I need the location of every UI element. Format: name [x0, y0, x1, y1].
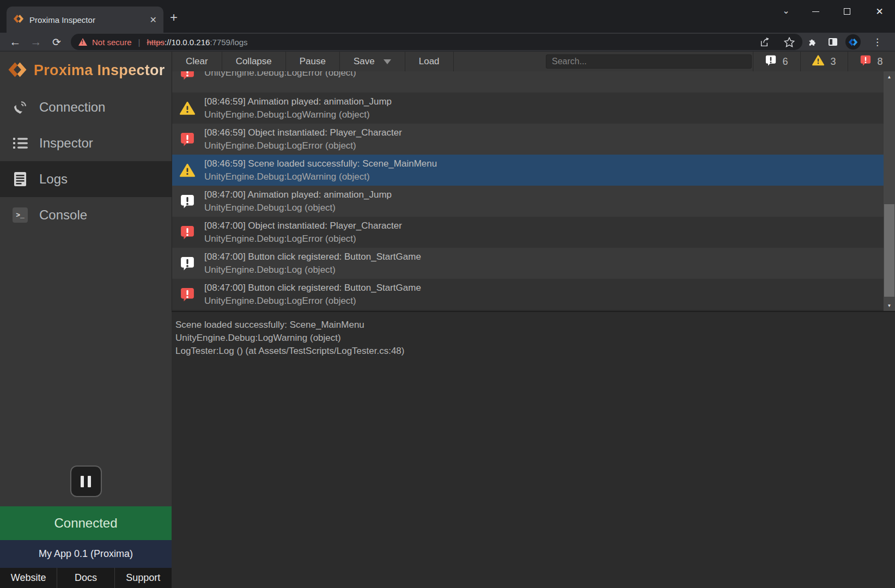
- sidebar-item-label: Logs: [39, 171, 68, 187]
- log-stack-trace: UnityEngine.Debug:LogWarning (object): [204, 108, 392, 121]
- collapse-button[interactable]: Collapse: [222, 52, 286, 71]
- log-message: [08:46:59] Object instantiated: Player_C…: [204, 126, 402, 139]
- log-message: [08:47:00] Object instantiated: Player_C…: [204, 219, 402, 232]
- browser-tab[interactable]: Proxima Inspector ✕: [7, 7, 163, 33]
- tab-close-icon[interactable]: ✕: [150, 15, 157, 25]
- terminal-icon: >_: [12, 207, 28, 223]
- pause-button[interactable]: Pause: [286, 52, 340, 71]
- browser-tab-strip: Proxima Inspector ✕ + ⌄ ✕: [0, 0, 895, 33]
- pause-stream-button[interactable]: [70, 465, 102, 497]
- docs-link[interactable]: Docs: [57, 568, 114, 588]
- url-path: :7759/logs: [210, 38, 247, 47]
- log-entry[interactable]: UnityEngine.Debug:LogError (object): [172, 71, 895, 93]
- log-stack-trace: UnityEngine.Debug:LogError (object): [204, 295, 421, 308]
- warning-icon: [180, 101, 195, 115]
- error-count-badge[interactable]: 8: [848, 52, 895, 71]
- log-stack-trace: UnityEngine.Debug:LogWarning (object): [204, 170, 437, 183]
- error-icon: [180, 71, 195, 80]
- sidebar-item-logs[interactable]: Logs: [0, 161, 172, 197]
- sidebar-item-inspector[interactable]: Inspector: [0, 125, 172, 161]
- back-icon[interactable]: ←: [7, 34, 24, 50]
- warning-count: 3: [830, 56, 836, 68]
- share-icon[interactable]: [760, 37, 771, 47]
- detail-line: LogTester:Log () (at Assets/TestScripts/…: [175, 345, 895, 358]
- logs-panel: Clear Collapse Pause Save Load 6 3 8 Uni…: [172, 52, 895, 588]
- warning-count-badge[interactable]: 3: [800, 52, 848, 71]
- proxima-extension-icon[interactable]: [845, 34, 861, 50]
- log-message: [08:47:00] Button click registered: Butt…: [204, 281, 421, 295]
- not-secure-warning-icon: [78, 38, 87, 46]
- forward-icon: →: [27, 34, 45, 50]
- log-message: [08:47:00] Button click registered: Butt…: [204, 250, 421, 264]
- browser-menu-icon[interactable]: ⋮: [873, 34, 882, 50]
- log-entry[interactable]: [08:47:00] Button click registered: Butt…: [172, 248, 895, 279]
- proxima-favicon-icon: [13, 14, 24, 26]
- log-message: [08:46:59] Animation played: animation_J…: [204, 95, 392, 108]
- toolbar-spacer: [454, 52, 546, 71]
- sidebar-item-label: Console: [39, 207, 87, 223]
- log-entry[interactable]: [08:47:00] Animation played: animation_J…: [172, 186, 895, 217]
- log-entry[interactable]: [08:46:59] Animation played: animation_J…: [172, 93, 895, 124]
- window-minimize-button[interactable]: [800, 0, 831, 23]
- website-link[interactable]: Website: [0, 568, 57, 588]
- log-entry[interactable]: [08:47:00] Button click registered: Butt…: [172, 279, 895, 310]
- app-logo: Proxima Inspector: [0, 52, 172, 89]
- tab-search-chevron-icon[interactable]: ⌄: [778, 5, 794, 16]
- error-icon: [860, 55, 871, 69]
- info-count: 6: [782, 56, 788, 68]
- save-dropdown-icon[interactable]: [383, 59, 391, 64]
- sidebar-item-label: Inspector: [39, 136, 93, 151]
- support-link[interactable]: Support: [114, 568, 172, 588]
- error-icon: [180, 287, 195, 302]
- window-maximize-button[interactable]: [831, 0, 862, 23]
- reload-icon[interactable]: ⟳: [48, 34, 65, 50]
- app-info-bar: My App 0.1 (Proxima): [0, 540, 172, 568]
- extensions-puzzle-icon[interactable]: [807, 34, 818, 50]
- log-message: [08:46:59] Scene loaded successfully: Sc…: [204, 157, 437, 170]
- detail-line: Scene loaded successfully: Scene_MainMen…: [175, 318, 895, 332]
- load-button[interactable]: Load: [405, 52, 454, 71]
- error-icon: [180, 132, 195, 146]
- connection-status-label: Connected: [54, 516, 117, 531]
- info-icon: [180, 194, 195, 209]
- bookmark-star-icon[interactable]: [784, 37, 795, 47]
- sidebar-footer: Website Docs Support: [0, 568, 172, 588]
- sidebar-item-connection[interactable]: Connection: [0, 89, 172, 125]
- log-entry[interactable]: [08:47:00] Object instantiated: Player_C…: [172, 217, 895, 248]
- side-panel-icon[interactable]: [829, 34, 837, 50]
- sidebar-item-console[interactable]: >_ Console: [0, 197, 172, 233]
- address-bar[interactable]: Not secure | https://10.0.0.216:7759/log…: [71, 34, 802, 50]
- log-entry[interactable]: [08:46:59] Object instantiated: Player_C…: [172, 124, 895, 155]
- sidebar: Proxima Inspector Connection Inspector L…: [0, 52, 172, 588]
- not-secure-label[interactable]: Not secure: [92, 38, 132, 47]
- app-title: Proxima Inspector: [34, 62, 165, 79]
- search-input[interactable]: [546, 54, 752, 69]
- scroll-down-icon[interactable]: ▼: [884, 301, 895, 310]
- app-info-label: My App 0.1 (Proxima): [39, 548, 133, 560]
- log-list-scrollbar[interactable]: ▲ ▼: [884, 71, 895, 311]
- tab-title: Proxima Inspector: [29, 15, 144, 24]
- log-stack-trace: UnityEngine.Debug:LogError (object): [204, 139, 402, 152]
- window-close-button[interactable]: ✕: [864, 0, 895, 23]
- proxima-logo-icon: [8, 62, 27, 80]
- address-divider: |: [138, 38, 141, 47]
- list-icon: [12, 137, 28, 149]
- url-scheme: https: [147, 38, 165, 47]
- pause-icon: [81, 476, 84, 487]
- warning-icon: [812, 55, 824, 69]
- satellite-dish-icon: [12, 100, 28, 115]
- warning-icon: [180, 163, 195, 177]
- info-icon: [180, 256, 195, 271]
- connection-status-badge: Connected: [0, 506, 172, 540]
- save-button[interactable]: Save: [340, 52, 405, 71]
- log-detail-panel: Scene loaded successfully: Scene_MainMen…: [172, 311, 895, 588]
- error-icon: [180, 225, 195, 240]
- url-host: ://10.0.0.216: [165, 38, 210, 47]
- scrollbar-thumb[interactable]: [884, 204, 894, 297]
- clear-button[interactable]: Clear: [172, 52, 222, 71]
- new-tab-button[interactable]: +: [170, 10, 178, 25]
- log-entry[interactable]: [08:46:59] Scene loaded successfully: Sc…: [172, 155, 895, 186]
- scroll-up-icon[interactable]: ▲: [884, 72, 895, 81]
- log-stack-trace: UnityEngine.Debug:LogError (object): [204, 232, 402, 246]
- info-count-badge[interactable]: 6: [753, 52, 800, 71]
